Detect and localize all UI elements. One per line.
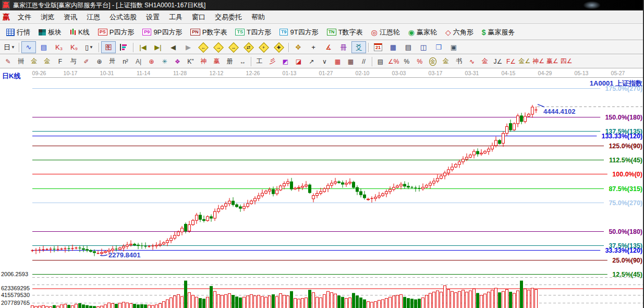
zoom-swap-icon[interactable]: ⇄ bbox=[241, 41, 256, 53]
box-radiate-tool-icon[interactable]: ❖ bbox=[171, 56, 184, 67]
teal-lines-icon[interactable]: 爻 bbox=[351, 41, 366, 53]
t-number-button[interactable]: TNT数字表 bbox=[323, 26, 367, 39]
hand-tool-icon[interactable]: ✥ bbox=[291, 41, 306, 53]
ninep-square-button[interactable]: P99P四方形 bbox=[139, 26, 186, 39]
t-square-button[interactable]: TST四方形 bbox=[232, 26, 274, 39]
menu-item-设置[interactable]: 设置 bbox=[141, 13, 164, 22]
zigzag-tool-icon[interactable]: ∨ bbox=[318, 56, 331, 67]
book-brush-tool-icon[interactable]: 书 bbox=[452, 56, 465, 67]
fan-box-red-tool-icon[interactable]: ◪ bbox=[292, 56, 305, 67]
menu-item-交易委托[interactable]: 交易委托 bbox=[210, 13, 247, 22]
zoom-h-icon[interactable]: ↔ bbox=[226, 41, 241, 53]
next-bar-icon[interactable]: ▶ bbox=[181, 41, 196, 53]
notes-icon[interactable]: ▤ bbox=[401, 41, 416, 53]
menu-item-帮助[interactable]: 帮助 bbox=[247, 13, 270, 22]
angle-pct-tool-icon[interactable]: ∠% bbox=[387, 56, 400, 67]
winner-service-button[interactable]: $赢家服务 bbox=[478, 26, 519, 39]
menu-item-工具[interactable]: 工具 bbox=[164, 13, 187, 22]
winner-wheel-button[interactable]: ◉赢家轮 bbox=[405, 26, 441, 39]
radiate-grid-tool-icon[interactable]: ✳ bbox=[158, 56, 171, 67]
gann-grid-tool-icon[interactable]: 卌 bbox=[15, 56, 28, 67]
gold-red-tool-icon[interactable]: 金 bbox=[478, 56, 491, 67]
spiral-grid-tool-icon[interactable]: 与 bbox=[67, 56, 80, 67]
ying-ruler-tool-icon[interactable]: 赢 bbox=[210, 56, 223, 67]
wave-tool-icon[interactable]: ∿ bbox=[465, 56, 478, 67]
calculator-icon[interactable]: ▦ bbox=[386, 41, 400, 53]
gann-wheel-button[interactable]: ◎江恩轮 bbox=[368, 26, 404, 39]
gold-angle-tool-icon[interactable]: 金∠ bbox=[517, 56, 531, 67]
quote-table-button[interactable]: 行情 bbox=[3, 26, 34, 39]
four-angle-tool-icon[interactable]: 四∠ bbox=[560, 56, 574, 67]
ninet-square-button[interactable]: T99T四方形 bbox=[276, 26, 322, 39]
menu-item-浏览[interactable]: 浏览 bbox=[36, 13, 59, 22]
candle-style-dropdown-arrow[interactable]: ▼ bbox=[89, 45, 93, 50]
calendar-icon[interactable]: 21 bbox=[371, 41, 385, 53]
angle-mirror-tool-icon[interactable]: A| bbox=[132, 56, 145, 67]
last-page-icon[interactable]: ▶| bbox=[151, 41, 165, 53]
region-chart-icon[interactable]: ∿ bbox=[21, 41, 36, 53]
gold-circle-tool-icon[interactable]: 金 bbox=[426, 56, 439, 67]
f-angle-tool-icon[interactable]: F∠ bbox=[504, 56, 517, 67]
ruler-123-tool-icon[interactable]: 册 bbox=[223, 56, 236, 67]
menu-item-文件[interactable]: 文件 bbox=[13, 13, 36, 22]
kline-button[interactable]: K线 bbox=[66, 26, 93, 39]
menu-item-江恩[interactable]: 江恩 bbox=[82, 13, 105, 22]
fan-box-purple-tool-icon[interactable]: ◩ bbox=[279, 56, 292, 67]
circle-ruler-tool-icon[interactable]: ⊕ bbox=[93, 56, 106, 67]
gold-grid-tool-icon[interactable]: 金 bbox=[28, 56, 41, 67]
brush-grid-tool-icon[interactable]: ✐ bbox=[80, 56, 93, 67]
prev-bar-icon[interactable]: ◀ bbox=[166, 41, 180, 53]
p-square-button[interactable]: PSP四方形 bbox=[94, 26, 138, 39]
fan-lines-tool-icon[interactable]: 彡 bbox=[266, 56, 279, 67]
kline3-icon[interactable]: K₃ bbox=[52, 41, 66, 53]
print-icon[interactable]: ▣ bbox=[446, 41, 461, 53]
span-arrow-tool-icon[interactable]: ↔ bbox=[236, 56, 249, 67]
zoom-full-icon[interactable]: ✚ bbox=[272, 41, 286, 53]
kline-chart[interactable]: 09-2610-1710-3111-1411-2812-1212-2601-13… bbox=[0, 68, 644, 308]
sector-button[interactable]: 板块 bbox=[35, 26, 65, 39]
p-number-button[interactable]: PNP数字表 bbox=[187, 26, 230, 39]
list-config-tool-icon[interactable]: ▤ bbox=[374, 56, 387, 67]
menu-item-公式选股[interactable]: 公式选股 bbox=[105, 13, 141, 22]
angle-measure-icon[interactable]: ∡ bbox=[321, 41, 336, 53]
chart-area[interactable]: 09-2610-1710-3111-1411-2812-1212-2601-13… bbox=[0, 68, 643, 308]
k-quote-tool-icon[interactable]: K" bbox=[184, 56, 197, 67]
kline9-icon[interactable]: K₉ bbox=[67, 41, 81, 53]
color-report-icon[interactable] bbox=[116, 41, 131, 53]
pct-lines-tool-icon[interactable]: % bbox=[413, 56, 426, 67]
menu-item-窗口[interactable]: 窗口 bbox=[187, 13, 210, 22]
fibo-grid-tool-icon[interactable]: F bbox=[54, 56, 67, 67]
pane-label: 日K线 bbox=[2, 72, 20, 80]
hash-grid-tool-icon[interactable]: 卅 bbox=[106, 56, 119, 67]
purple-tool-icon[interactable]: 冊 bbox=[336, 41, 351, 53]
tsquare-tool-icon[interactable]: 工 bbox=[253, 56, 266, 67]
zoom-right-icon[interactable]: → bbox=[211, 41, 226, 53]
shen-ruler-tool-icon[interactable]: 神 bbox=[197, 56, 210, 67]
zoom-all-icon[interactable]: + bbox=[257, 41, 271, 53]
red-grid-tool-icon[interactable]: ▦ bbox=[331, 56, 344, 67]
dark-grid-tool-icon[interactable]: ▦ bbox=[344, 56, 357, 67]
gann-circle-tool-icon[interactable]: ⊕ bbox=[145, 56, 158, 67]
parallel-tool-icon[interactable]: // bbox=[357, 56, 370, 67]
shen-angle-tool-icon[interactable]: 神∠ bbox=[531, 56, 545, 67]
hexagon-button[interactable]: ◇六角形 bbox=[442, 26, 477, 39]
j-angle-tool-icon[interactable]: J∠ bbox=[491, 56, 504, 67]
gold-grid2-tool-icon[interactable]: 金 bbox=[41, 56, 54, 67]
period-day-dropdown-arrow[interactable]: ▼ bbox=[11, 45, 15, 50]
ying-angle-tool-icon[interactable]: 赢∠ bbox=[545, 56, 560, 67]
save-icon[interactable]: ◫ bbox=[416, 41, 431, 53]
zoom-left-icon[interactable]: ← bbox=[196, 41, 211, 53]
info-list-icon[interactable]: ▤ bbox=[37, 41, 51, 53]
draw-seal-icon[interactable]: 图 bbox=[101, 41, 116, 53]
n2-grid-tool-icon[interactable]: n² bbox=[119, 56, 132, 67]
candle-style-dropdown[interactable]: ▯▼ bbox=[82, 41, 96, 53]
first-page-icon[interactable]: |◀ bbox=[136, 41, 150, 53]
crosshair-icon[interactable]: + bbox=[306, 41, 321, 53]
pen-tool-icon[interactable]: ✎ bbox=[2, 56, 15, 67]
modules-icon[interactable]: ❒ bbox=[431, 41, 446, 53]
gold-lines-tool-icon[interactable]: 金 bbox=[439, 56, 452, 67]
ray-fan-tool-icon[interactable]: ↗ bbox=[305, 56, 318, 67]
menu-item-资讯[interactable]: 资讯 bbox=[59, 13, 82, 22]
period-day-dropdown[interactable]: 日▼ bbox=[2, 41, 17, 53]
pct-tool-icon[interactable]: % bbox=[400, 56, 413, 67]
